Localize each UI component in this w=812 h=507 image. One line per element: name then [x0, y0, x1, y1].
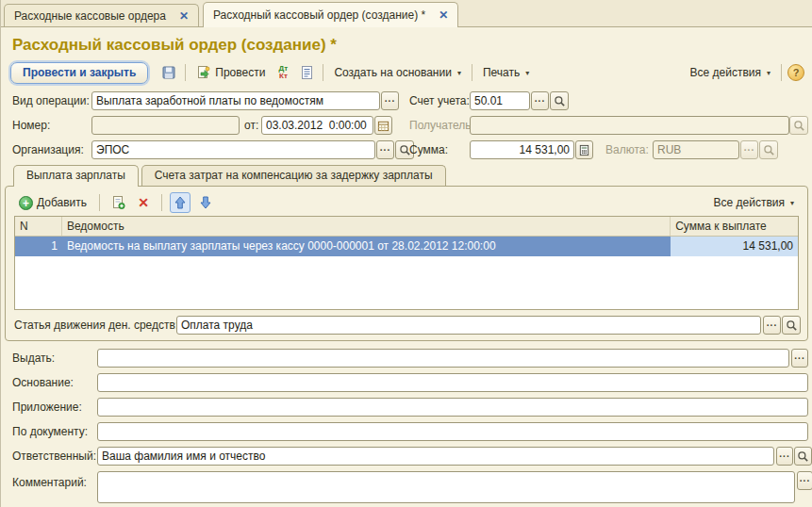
- number-label: Номер:: [12, 116, 50, 135]
- question-icon: ?: [793, 67, 800, 78]
- issue-to-input[interactable]: [97, 349, 789, 368]
- responsible-input[interactable]: [97, 447, 774, 466]
- help-button[interactable]: ?: [787, 64, 804, 81]
- table-toolbar: + Добавить ✕: [14, 191, 799, 214]
- account-label: Счет учета:: [409, 91, 470, 110]
- toolbar-separator: [185, 64, 186, 81]
- date-label: от:: [244, 116, 258, 135]
- cash-flow-row: Статья движения ден. средств: ...: [14, 316, 799, 335]
- appendix-input[interactable]: [97, 398, 808, 417]
- chevron-down-icon: ▾: [457, 69, 461, 77]
- close-icon[interactable]: ✕: [439, 8, 448, 22]
- operation-kind-select-button[interactable]: ...: [381, 91, 399, 110]
- floppy-icon: [161, 65, 176, 80]
- window-tab-label: Расходные кассовые ордера: [14, 9, 166, 23]
- date-input[interactable]: [261, 116, 373, 135]
- table-header: N Ведомость Сумма к выплате: [15, 217, 798, 237]
- issue-to-select-button[interactable]: ...: [791, 349, 808, 368]
- cash-flow-item-input[interactable]: [176, 316, 761, 335]
- create-based-on-button[interactable]: Создать на основании ▾: [329, 62, 466, 83]
- currency-search-icon: [759, 140, 778, 159]
- tab-salary-payment[interactable]: Выплата зарплаты: [13, 165, 139, 187]
- toolbar-separator: [161, 194, 162, 211]
- statements-table: N Ведомость Сумма к выплате 1 Ведомость …: [14, 216, 799, 310]
- column-header-n[interactable]: N: [15, 217, 62, 236]
- cell-statement[interactable]: Ведомость на выплату зарплаты через касс…: [62, 237, 671, 256]
- print-button[interactable]: Печать ▾: [478, 62, 534, 83]
- column-header-amount[interactable]: Сумма к выплате: [671, 217, 798, 236]
- responsible-search-icon[interactable]: [794, 447, 812, 466]
- add-row-button[interactable]: + Добавить: [14, 192, 91, 213]
- salary-payment-panel: + Добавить ✕: [5, 186, 808, 341]
- window-tab-label: Расходный кассовый ордер (создание) *: [213, 8, 425, 22]
- operation-kind-label: Вид операции:: [12, 91, 90, 110]
- window-tab-bar: Расходные кассовые ордера ✕ Расходный ка…: [1, 0, 812, 27]
- appendix-label: Приложение:: [12, 398, 82, 417]
- cash-flow-select-button[interactable]: ...: [763, 316, 781, 335]
- responsible-select-button[interactable]: ...: [776, 447, 793, 466]
- print-label: Печать: [483, 66, 520, 79]
- operation-kind-input[interactable]: [91, 91, 380, 110]
- account-input[interactable]: [470, 91, 530, 110]
- comment-select-button[interactable]: ...: [797, 471, 812, 490]
- column-header-statement[interactable]: Ведомость: [62, 217, 671, 236]
- calendar-icon[interactable]: [374, 116, 392, 135]
- basis-input[interactable]: [97, 373, 808, 392]
- toolbar-separator: [472, 64, 472, 81]
- main-toolbar: Провести и закрыть Провести Дт Кт: [8, 60, 804, 85]
- table-row[interactable]: 1 Ведомость на выплату зарплаты через ка…: [15, 237, 798, 256]
- account-select-button[interactable]: ...: [531, 91, 549, 110]
- all-actions-button[interactable]: Все действия ▾: [686, 62, 775, 83]
- section-tab-bar: Выплата зарплаты Счета затрат на компенс…: [5, 165, 808, 187]
- create-based-on-label: Создать на основании: [334, 66, 452, 79]
- document-journal-icon[interactable]: [296, 62, 317, 83]
- comment-input[interactable]: [97, 471, 795, 503]
- move-down-icon[interactable]: [195, 192, 216, 213]
- tab-compensation-accounts[interactable]: Счета затрат на компенсацию за задержку …: [141, 165, 446, 186]
- all-actions-label: Все действия: [690, 66, 761, 79]
- cell-amount[interactable]: 14 531,00: [671, 237, 798, 256]
- move-up-icon[interactable]: [170, 192, 191, 213]
- currency-select-button: ...: [740, 140, 758, 159]
- currency-label: Валюта:: [605, 140, 649, 159]
- post-button-label: Провести: [215, 66, 265, 79]
- window-tab-orders-list[interactable]: Расходные кассовые ордера ✕: [4, 4, 199, 26]
- chevron-down-icon: ▾: [767, 69, 771, 77]
- account-search-icon[interactable]: [550, 91, 569, 110]
- toolbar-separator: [99, 194, 100, 211]
- organization-input[interactable]: [91, 140, 375, 159]
- post-button[interactable]: Провести: [191, 62, 270, 83]
- cash-flow-item-label: Статья движения ден. средств:: [14, 316, 178, 335]
- page-title: Расходный кассовый ордер (создание) *: [12, 36, 812, 55]
- debit-credit-icon[interactable]: Дт Кт: [273, 62, 293, 83]
- delete-row-icon[interactable]: ✕: [133, 192, 154, 213]
- recipient-search-icon: [789, 116, 808, 135]
- chevron-down-icon: ▾: [790, 199, 794, 207]
- currency-input: [653, 140, 739, 159]
- organization-select-button[interactable]: ...: [376, 140, 394, 159]
- close-icon[interactable]: ✕: [179, 9, 189, 23]
- amount-input[interactable]: [470, 140, 574, 159]
- issue-to-label: Выдать:: [12, 349, 55, 368]
- save-icon[interactable]: [158, 62, 179, 83]
- organization-label: Организация:: [12, 140, 84, 159]
- basis-label: Основание:: [12, 373, 74, 392]
- responsible-label: Ответственный:: [12, 447, 96, 466]
- calculator-icon[interactable]: [575, 140, 593, 159]
- cash-flow-search-icon[interactable]: [782, 316, 801, 335]
- cell-row-number[interactable]: 1: [15, 237, 62, 256]
- copy-row-icon[interactable]: [108, 192, 128, 213]
- chevron-down-icon: ▾: [525, 69, 529, 77]
- table-all-actions-button[interactable]: Все действия ▾: [709, 192, 799, 213]
- footer-fields: Выдать: ... Основание: Приложение: По до…: [1, 349, 812, 507]
- window-tab-order-create[interactable]: Расходный кассовый ордер (создание) * ✕: [203, 2, 458, 27]
- post-and-close-button[interactable]: Провести и закрыть: [10, 62, 148, 84]
- header-fields: Вид операции: ... Счет учета: ... Номер:…: [1, 91, 812, 161]
- post-document-icon: [196, 65, 211, 80]
- by-document-input[interactable]: [97, 422, 808, 441]
- comment-label: Комментарий:: [12, 473, 87, 492]
- plus-icon: +: [19, 196, 33, 210]
- number-input: [91, 116, 240, 135]
- amount-label: Сумма:: [409, 140, 448, 159]
- add-row-label: Добавить: [37, 196, 87, 209]
